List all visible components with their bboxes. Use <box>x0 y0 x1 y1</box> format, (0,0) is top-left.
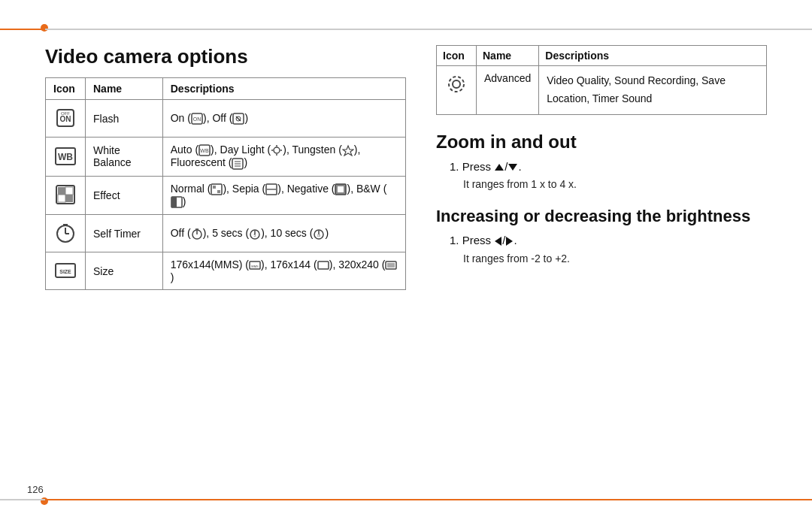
page-number: 126 <box>27 484 44 495</box>
svg-text:SIZE: SIZE <box>59 269 71 274</box>
wb-desc: Auto (WB), Day Light (), Tungsten (), Fl… <box>162 138 405 177</box>
svg-text:WB: WB <box>58 152 73 162</box>
bottom-line <box>0 499 812 500</box>
icon-cell-size: SIZE <box>46 252 86 290</box>
icon-cell-wb: WB <box>46 138 86 177</box>
col-desc: Descriptions <box>162 78 405 100</box>
svg-text:MMS: MMS <box>251 264 259 268</box>
table-row: Self Timer Off (), 5 secs (5), 10 secs (… <box>46 215 406 252</box>
size-desc: 176x144(MMS) (MMS), 176x144 (), 320x240 … <box>162 252 405 290</box>
icon-cell-gear <box>437 66 477 115</box>
col-icon: Icon <box>46 78 86 100</box>
brightness-range: It ranges from -2 to +2. <box>463 252 767 264</box>
table-row: Effect Normal (), Sepia (), Negative (),… <box>46 176 406 215</box>
svg-text:OFF: OFF <box>61 111 70 116</box>
flash-icon: ON OFF <box>53 106 77 130</box>
table-row: WB White Balance Auto (WB), Day Light ()… <box>46 138 406 177</box>
effect-icon <box>53 183 77 207</box>
flash-desc: On (ON), Off () <box>162 100 405 138</box>
size-icon: SIZE <box>53 258 77 283</box>
icon-cell-effect <box>46 176 86 215</box>
options-table: Icon Name Descriptions ON OFF <box>45 77 406 290</box>
zoom-range: It ranges from 1 x to 4 x. <box>463 178 767 190</box>
svg-rect-29 <box>217 190 220 193</box>
svg-rect-31 <box>267 189 276 190</box>
svg-point-12 <box>274 147 280 153</box>
zoom-title: Zoom in and out <box>436 131 767 153</box>
table-row: Advanced Video Quality, Sound Recording,… <box>437 66 767 115</box>
arrow-up-icon <box>495 164 504 171</box>
svg-point-57 <box>449 77 464 92</box>
table-row: ON OFF Flash On (ON), Off () <box>46 100 406 138</box>
left-column: Video camera options Icon Name Descripti… <box>45 45 406 484</box>
arrow-right-icon <box>506 237 513 246</box>
top-dot <box>41 24 48 32</box>
timer-desc: Off (), 5 secs (5), 10 secs (10) <box>162 215 405 252</box>
table-row: SIZE Size 176x144(MMS) (MMS), 176x144 ()… <box>46 252 406 290</box>
advanced-name: Advanced <box>477 66 539 115</box>
right-column: Icon Name Descriptions Adv <box>436 45 767 484</box>
advanced-desc: Video Quality, Sound Recording, Save Loc… <box>539 66 767 115</box>
right-col-desc: Descriptions <box>539 46 767 66</box>
svg-rect-35 <box>171 197 177 207</box>
svg-rect-24 <box>65 195 73 202</box>
wb-name: White Balance <box>86 138 163 177</box>
svg-rect-28 <box>213 186 216 189</box>
gear-icon <box>444 72 468 96</box>
advanced-table: Icon Name Descriptions Adv <box>436 45 767 115</box>
svg-marker-17 <box>343 146 353 156</box>
brightness-title: Increasing or decreasing the brightness <box>436 207 767 226</box>
svg-rect-23 <box>58 187 65 195</box>
svg-text:ON: ON <box>60 115 71 123</box>
svg-text:ON: ON <box>193 116 201 122</box>
effect-name: Effect <box>86 176 163 215</box>
svg-text:WB: WB <box>200 148 209 153</box>
right-col-name: Name <box>477 46 539 66</box>
svg-rect-53 <box>318 261 329 269</box>
svg-point-56 <box>453 80 460 88</box>
col-name: Name <box>86 78 163 100</box>
icon-cell-timer <box>46 215 86 252</box>
svg-rect-26 <box>65 187 73 195</box>
svg-text:10: 10 <box>317 234 321 237</box>
arrow-left-icon <box>495 237 501 246</box>
svg-rect-33 <box>338 186 344 192</box>
flash-name: Flash <box>86 100 163 138</box>
svg-text:5: 5 <box>254 233 256 237</box>
effect-desc: Normal (), Sepia (), Negative (), B&W () <box>162 176 405 215</box>
timer-icon <box>53 221 77 245</box>
icon-cell-flash: ON OFF <box>46 100 86 138</box>
brightness-step: 1. Press /. <box>450 232 767 249</box>
size-name: Size <box>86 252 163 290</box>
right-col-icon: Icon <box>437 46 477 66</box>
zoom-step: 1. Press /. <box>450 159 767 176</box>
svg-rect-55 <box>387 263 395 268</box>
page-title: Video camera options <box>45 45 406 68</box>
wb-icon: WB <box>53 144 77 168</box>
timer-name: Self Timer <box>86 215 163 252</box>
arrow-down-icon <box>508 164 517 171</box>
svg-rect-25 <box>58 195 65 202</box>
top-line <box>0 29 812 30</box>
page-content: Video camera options Icon Name Descripti… <box>45 45 767 484</box>
